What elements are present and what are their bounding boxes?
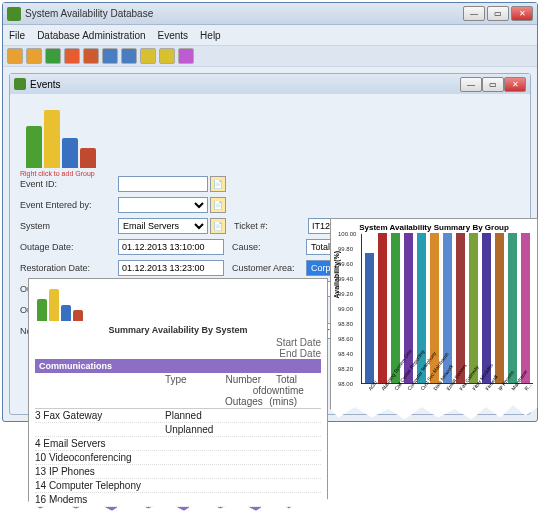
events-maximize-button[interactable]: ▭ bbox=[482, 77, 504, 92]
app-title: System Availability Database bbox=[25, 8, 463, 19]
toolbar bbox=[3, 45, 537, 67]
toolbar-button-1[interactable] bbox=[26, 48, 42, 64]
report-row: 14 Computer Telephony bbox=[35, 479, 321, 493]
chart-ytick: 98.20 bbox=[338, 366, 353, 372]
event-id-label: Event ID: bbox=[20, 179, 118, 189]
toolbar-button-8[interactable] bbox=[159, 48, 175, 64]
toolbar-button-5[interactable] bbox=[102, 48, 118, 64]
chart-bar bbox=[495, 233, 504, 383]
toolbar-button-6[interactable] bbox=[121, 48, 137, 64]
header-chart-icon bbox=[20, 98, 100, 168]
app-icon bbox=[7, 7, 21, 21]
chart-ytick: 99.60 bbox=[338, 261, 353, 267]
menu-admin[interactable]: Database Administration bbox=[37, 30, 145, 41]
events-titlebar: Events — ▭ ✕ bbox=[10, 74, 530, 94]
chart-bar bbox=[456, 233, 465, 383]
chart-ytick: 99.80 bbox=[338, 246, 353, 252]
minimize-button[interactable]: — bbox=[463, 6, 485, 21]
titlebar: System Availability Database — ▭ ✕ bbox=[3, 3, 537, 25]
cause-label: Cause: bbox=[232, 242, 306, 252]
toolbar-button-7[interactable] bbox=[140, 48, 156, 64]
toolbar-button-4[interactable] bbox=[83, 48, 99, 64]
menu-events[interactable]: Events bbox=[158, 30, 189, 41]
chart-bar bbox=[469, 233, 478, 383]
chart-title: System Availability Summary By Group bbox=[335, 223, 533, 232]
restoration-date-label: Restoration Date: bbox=[20, 263, 118, 273]
chart-ytick: 98.40 bbox=[338, 351, 353, 357]
chart-bar bbox=[482, 233, 491, 383]
menubar: File Database Administration Events Help bbox=[3, 25, 537, 45]
entered-by-doc-icon[interactable]: 📄 bbox=[210, 197, 226, 213]
report-window: Summary Availability By System Start Dat… bbox=[28, 278, 328, 518]
report-row: 4 Email Servers bbox=[35, 437, 321, 451]
events-title: Events bbox=[30, 79, 61, 90]
system-label: System bbox=[20, 221, 118, 231]
outage-date-input[interactable] bbox=[118, 239, 224, 255]
event-id-input[interactable] bbox=[118, 176, 208, 192]
entered-by-select[interactable] bbox=[118, 197, 208, 213]
report-section-infra: Infrastructure bbox=[35, 507, 321, 518]
system-doc-icon[interactable]: 📄 bbox=[210, 218, 226, 234]
events-close-button[interactable]: ✕ bbox=[504, 77, 526, 92]
restoration-date-input[interactable] bbox=[118, 260, 224, 276]
chart-ytick: 100.00 bbox=[338, 231, 356, 237]
area-label: Customer Area: bbox=[232, 263, 306, 273]
report-title: Summary Availability By System bbox=[35, 325, 321, 335]
menu-file[interactable]: File bbox=[9, 30, 25, 41]
chart-ytick: 98.60 bbox=[338, 336, 353, 342]
toolbar-button-0[interactable] bbox=[7, 48, 23, 64]
chart-ytick: 98.00 bbox=[338, 381, 353, 387]
chart-ytick: 99.40 bbox=[338, 276, 353, 282]
ticket-label: Ticket #: bbox=[234, 221, 308, 231]
toolbar-button-2[interactable] bbox=[45, 48, 61, 64]
system-select[interactable]: Email Servers bbox=[118, 218, 208, 234]
events-minimize-button[interactable]: — bbox=[460, 77, 482, 92]
report-section-comm: Communications bbox=[35, 359, 321, 373]
chart-bar bbox=[508, 233, 517, 383]
chart-bar bbox=[378, 233, 387, 383]
events-icon bbox=[14, 78, 26, 90]
close-button[interactable]: ✕ bbox=[511, 6, 533, 21]
chart-window: System Availability Summary By Group Ava… bbox=[330, 218, 538, 428]
report-row: 10 Videoconferencing bbox=[35, 451, 321, 465]
chart-ytick: 99.00 bbox=[338, 306, 353, 312]
chart-ytick: 99.20 bbox=[338, 291, 353, 297]
chart-bar bbox=[521, 233, 530, 383]
toolbar-button-3[interactable] bbox=[64, 48, 80, 64]
toolbar-button-9[interactable] bbox=[178, 48, 194, 64]
report-row: 13 IP Phones bbox=[35, 465, 321, 479]
chart-ytick: 98.80 bbox=[338, 321, 353, 327]
outage-date-label: Outage Date: bbox=[20, 242, 118, 252]
maximize-button[interactable]: ▭ bbox=[487, 6, 509, 21]
report-row: 3 Fax GatewayPlanned bbox=[35, 409, 321, 423]
event-id-doc-icon[interactable]: 📄 bbox=[210, 176, 226, 192]
chart-xlabel: R... bbox=[523, 382, 532, 392]
entered-by-label: Event Entered by: bbox=[20, 200, 118, 210]
report-row: 16 Modems bbox=[35, 493, 321, 507]
report-row: Unplanned bbox=[35, 423, 321, 437]
chart-area: Availability(%) 98.0098.2098.4098.6098.8… bbox=[361, 234, 533, 384]
report-chart-icon bbox=[35, 285, 85, 321]
chart-bar bbox=[365, 253, 374, 384]
menu-help[interactable]: Help bbox=[200, 30, 221, 41]
